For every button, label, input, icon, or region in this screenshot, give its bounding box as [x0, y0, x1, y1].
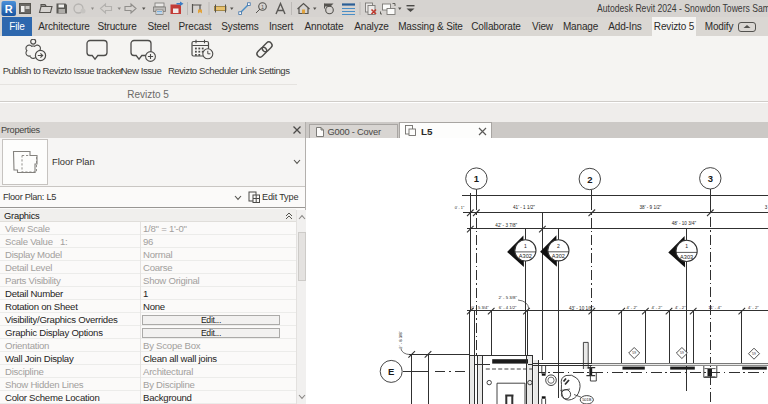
svg-text:3: 3	[765, 205, 768, 210]
svg-text:59: 59	[680, 351, 684, 355]
svg-text:48' - 10 3/4": 48' - 10 3/4"	[672, 221, 697, 226]
svg-text:4' - 2": 4' - 2"	[627, 305, 638, 310]
svg-text:38' - 9 1/2": 38' - 9 1/2"	[640, 205, 662, 210]
svg-text:4' - 2": 4' - 2"	[651, 305, 662, 310]
svg-text:A302: A302	[519, 253, 532, 259]
svg-text:E: E	[388, 366, 394, 377]
svg-text:2' - 5 3/8": 2' - 5 3/8"	[499, 295, 518, 300]
svg-text:3: 3	[708, 173, 713, 184]
svg-text:A302: A302	[552, 253, 565, 259]
svg-text:42' - 3 7/8": 42' - 3 7/8"	[495, 223, 517, 228]
svg-text:4' - 2": 4' - 2"	[748, 305, 759, 310]
svg-text:2: 2	[587, 174, 592, 185]
svg-text:2: 2	[557, 243, 560, 249]
svg-text:0' - 5 3/4": 0' - 5 3/4"	[471, 305, 489, 310]
svg-text:4' - 2": 4' - 2"	[675, 305, 686, 310]
svg-text:0' - 1": 0' - 1"	[455, 206, 465, 210]
svg-text:59: 59	[632, 351, 636, 355]
svg-text:6' - 4 1/2": 6' - 4 1/2"	[499, 305, 517, 310]
svg-text:41' - 1 1/2": 41' - 1 1/2"	[513, 205, 535, 210]
svg-text:2' - 8 3/8": 2' - 8 3/8"	[398, 330, 403, 348]
svg-text:11' - 4": 11' - 4"	[708, 305, 722, 310]
svg-text:1: 1	[474, 173, 480, 184]
svg-text:1: 1	[524, 243, 527, 249]
svg-text:1: 1	[685, 243, 688, 249]
svg-text:501B: 501B	[582, 397, 592, 402]
svg-text:A303: A303	[680, 254, 693, 260]
svg-text:43' - 10 1/8": 43' - 10 1/8"	[569, 306, 594, 311]
svg-text:Autodesk Revit 2024 - Snowdon: Autodesk Revit 2024 - Snowdon Towers Sam	[597, 2, 768, 14]
svg-text:59: 59	[752, 352, 756, 356]
